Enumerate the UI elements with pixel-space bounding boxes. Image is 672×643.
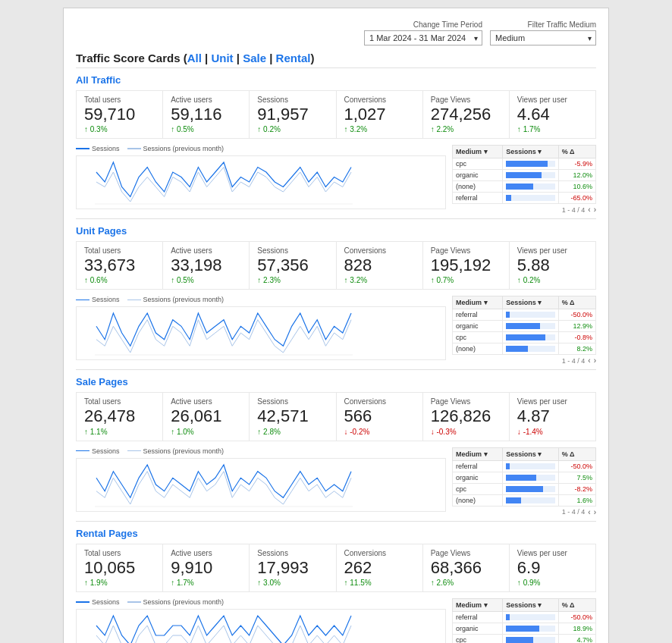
metric-value-sale-3: 566 <box>344 407 415 425</box>
time-period-wrapper[interactable]: 1 Mar 2024 - 31 Mar 2024 <box>364 30 482 45</box>
metric-label-rental-0: Total users <box>84 549 155 557</box>
cell-medium-2: cpc <box>453 332 503 343</box>
th-sessions[interactable]: Sessions <box>503 447 559 460</box>
cell-bar-0 <box>503 309 559 321</box>
section-title-unit: Unit Pages <box>76 225 596 237</box>
metric-card-sale-4: Page Views126,826↓ -0.3% <box>423 393 510 440</box>
cell-medium-2: cpc <box>453 634 503 643</box>
bar-wrap-1 <box>506 626 555 632</box>
legend-label-previous: Sessions (previous month) <box>143 447 225 455</box>
chart-svg-wrap-unit <box>76 306 446 360</box>
cell-bar-2 <box>503 634 559 643</box>
cell-medium-3: (none) <box>453 494 503 506</box>
pagination-text: 1 - 4 / 4 <box>562 357 586 365</box>
bar-fill-0 <box>506 614 510 620</box>
bar-wrap-1 <box>506 475 555 481</box>
pagination-next-btn[interactable]: › <box>594 356 596 365</box>
link-all[interactable]: All <box>187 52 202 64</box>
link-sale[interactable]: Sale <box>243 52 266 64</box>
bar-fill-0 <box>506 312 510 318</box>
th-pct: % Δ <box>558 598 595 611</box>
metric-value-all-5: 4.64 <box>517 105 588 124</box>
metric-value-sale-2: 42,571 <box>257 407 328 425</box>
pagination-prev-btn[interactable]: ‹ <box>588 508 590 516</box>
filter-medium-wrapper[interactable]: Medium <box>490 30 596 45</box>
metric-change-sale-5: ↓ -1.4% <box>517 428 588 436</box>
main-title: Traffic Score Cards (All | Unit | Sale |… <box>76 52 596 64</box>
legend-label-previous: Sessions (previous month) <box>143 598 225 606</box>
th-sessions[interactable]: Sessions <box>503 296 559 309</box>
cell-pct-2: -8.2% <box>558 483 595 494</box>
filter-medium-select[interactable]: Medium <box>490 30 596 45</box>
metric-change-rental-1: ↑ 1.7% <box>171 579 241 587</box>
metric-label-sale-1: Active users <box>171 397 241 406</box>
metric-card-rental-5: Views per user6.9↑ 0.9% <box>510 544 595 591</box>
table-row: (none)8.2% <box>453 343 596 355</box>
th-sessions[interactable]: Sessions <box>503 146 559 158</box>
bar-fill-1 <box>506 323 540 329</box>
legend-label-current: Sessions <box>92 447 120 455</box>
metrics-row-unit: Total users33,673↑ 0.6%Active users33,19… <box>76 241 596 290</box>
cell-pct-2: 4.7% <box>558 634 595 643</box>
metric-label-unit-1: Active users <box>171 246 241 255</box>
sections-container: All TrafficTotal users59,710↑ 0.3%Active… <box>76 67 596 643</box>
cell-medium-0: referral <box>453 611 503 623</box>
th-medium[interactable]: Medium <box>453 447 503 460</box>
legend-line-current <box>76 450 89 452</box>
table-pagination-unit: 1 - 4 / 4‹› <box>452 356 596 365</box>
table-pagination-all: 1 - 4 / 4‹› <box>452 205 596 214</box>
metric-change-sale-4: ↓ -0.3% <box>431 428 501 436</box>
section-content-sale: SessionsSessions (previous month) Medium… <box>76 447 596 516</box>
metric-value-all-1: 59,116 <box>171 105 241 124</box>
cell-pct-3: -65.0% <box>558 193 595 204</box>
pagination-text: 1 - 4 / 4 <box>562 206 586 214</box>
metric-card-unit-3: Conversions828↑ 3.2% <box>337 242 423 289</box>
th-sessions[interactable]: Sessions <box>503 598 559 611</box>
metric-label-rental-4: Page Views <box>431 549 501 557</box>
metric-label-all-0: Total users <box>84 96 155 104</box>
metric-label-rental-5: Views per user <box>517 549 588 557</box>
link-rental[interactable]: Rental <box>276 52 311 64</box>
section-title-rental: Rental Pages <box>76 528 596 539</box>
cell-medium-1: organic <box>453 623 503 634</box>
pagination-next-btn[interactable]: › <box>594 205 596 214</box>
metric-card-all-5: Views per user4.64↑ 1.7% <box>510 91 595 138</box>
metric-change-all-0: ↑ 0.3% <box>84 125 155 133</box>
metric-value-unit-3: 828 <box>344 256 415 274</box>
bar-wrap-2 <box>506 334 555 340</box>
legend-label-current: Sessions <box>92 296 120 303</box>
cell-pct-0: -50.0% <box>558 309 595 321</box>
chart-svg-wrap-sale <box>76 458 446 512</box>
th-medium[interactable]: Medium <box>453 296 503 309</box>
metric-label-sale-5: Views per user <box>517 397 588 406</box>
metric-label-sale-4: Page Views <box>431 397 501 406</box>
th-medium[interactable]: Medium <box>453 598 503 611</box>
dashboard: Change Time Period 1 Mar 2024 - 31 Mar 2… <box>63 8 609 643</box>
metric-value-rental-2: 17,993 <box>257 559 328 577</box>
cell-pct-1: 7.5% <box>558 472 595 483</box>
metric-value-all-4: 274,256 <box>431 105 501 124</box>
chart-area-rental: SessionsSessions (previous month) <box>76 598 446 643</box>
pagination-prev-btn[interactable]: ‹ <box>588 356 590 365</box>
bar-wrap-3 <box>506 346 555 352</box>
legend-label-current: Sessions <box>92 598 120 606</box>
th-pct: % Δ <box>558 447 595 460</box>
pagination-next-btn[interactable]: › <box>594 508 596 516</box>
bar-fill-2 <box>506 486 542 492</box>
metric-value-rental-4: 68,366 <box>431 559 501 577</box>
time-period-select[interactable]: 1 Mar 2024 - 31 Mar 2024 <box>364 30 482 45</box>
metric-value-sale-5: 4.87 <box>517 407 588 425</box>
chart-area-unit: SessionsSessions (previous month) <box>76 296 446 365</box>
top-controls: Change Time Period 1 Mar 2024 - 31 Mar 2… <box>76 20 596 45</box>
th-medium[interactable]: Medium <box>453 146 503 158</box>
pagination-prev-btn[interactable]: ‹ <box>588 205 590 214</box>
legend-line-current <box>76 601 89 603</box>
chart-legend-current: Sessions <box>76 598 120 606</box>
metric-value-rental-0: 10,065 <box>84 559 155 577</box>
metric-change-sale-1: ↑ 1.0% <box>171 428 241 436</box>
link-unit[interactable]: Unit <box>211 52 233 64</box>
metric-label-all-5: Views per user <box>517 96 588 104</box>
legend-line-previous <box>127 450 141 452</box>
metric-label-unit-3: Conversions <box>344 246 415 255</box>
cell-bar-0 <box>503 158 559 170</box>
